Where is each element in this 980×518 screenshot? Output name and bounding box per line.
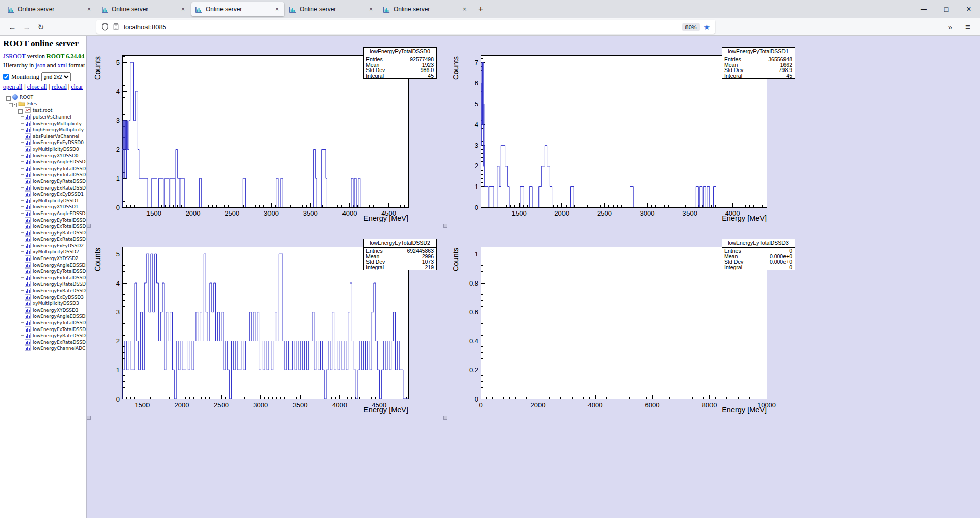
browser-tab-5[interactable]: Online server× [379, 2, 472, 16]
collapse-toggle[interactable]: - [12, 103, 17, 107]
layout-select[interactable]: grid 2x2 [41, 72, 71, 81]
xml-link[interactable]: xml [58, 62, 67, 69]
tree-item[interactable]: lowEnergyAngleEDSSD2 [21, 262, 84, 269]
tree-item[interactable]: lowEnergyExEyDSSD1 [21, 191, 84, 198]
tree-item[interactable]: lowEnergyExEyDSSD2 [21, 243, 84, 249]
splitter-handle[interactable] [87, 416, 91, 420]
histogram-icon [24, 243, 31, 248]
tree-item[interactable]: lowEnergyExRateDSSD2 [21, 288, 84, 294]
forward-button[interactable]: → [19, 20, 34, 34]
canvas-lowEnergyEyTotalDSSD1[interactable]: 15002000250030003500400001234567Energy [… [445, 36, 803, 227]
canvas-lowEnergyEyTotalDSSD2[interactable]: 1500200025003000350040004500012345Energy… [87, 227, 445, 419]
tab-close-icon[interactable]: × [461, 5, 469, 13]
tree-node-files[interactable]: -Files-test.rootpulserVsChannellowEnergy… [9, 101, 84, 352]
back-button[interactable]: ← [5, 20, 19, 34]
action-close-all[interactable]: close all [27, 83, 47, 90]
canvas-lowEnergyEyTotalDSSD3[interactable]: 020004000600080001000000.20.40.60.81Ener… [445, 227, 803, 419]
browser-tab-1[interactable]: Online server× [4, 2, 96, 16]
tree-item[interactable]: lowEnergyExTotalDSSD1 [21, 223, 84, 230]
zoom-indicator[interactable]: 80% [682, 23, 700, 31]
tree-node-test-root[interactable]: -test.rootpulserVsChannellowEnergyMultip… [15, 107, 84, 352]
minimize-button[interactable]: — [913, 0, 935, 18]
tree-item[interactable]: lowEnergyAngleEDSSD1 [21, 210, 84, 217]
tree-item[interactable]: lowEnergyXYDSSD1 [21, 204, 84, 210]
histogram-icon [24, 294, 31, 300]
splitter-handle[interactable] [443, 224, 447, 228]
action-reload[interactable]: reload [52, 83, 67, 90]
tree-node-root[interactable]: -ROOT-Files-test.rootpulserVsChannellowE… [3, 94, 84, 352]
overflow-menu-icon[interactable]: » [943, 20, 958, 34]
tree-item[interactable]: lowEnergyExEyDSSD3 [21, 294, 84, 301]
svg-text:1: 1 [475, 183, 478, 191]
svg-text:5: 5 [475, 100, 478, 108]
bookmark-star-icon[interactable]: ★ [704, 22, 710, 32]
action-clear[interactable]: clear [71, 83, 83, 90]
tree-item[interactable]: xyMultiplicityDSSD2 [21, 249, 84, 255]
pad-lowEnergyEyTotalDSSD2[interactable]: 1500200025003000350040004500012345Energy… [87, 227, 445, 419]
tree-item[interactable]: lowEnergyExTotalDSSD2 [21, 275, 84, 281]
stats-box[interactable]: lowEnergyEyTotalDSSD1Entries36556948Mean… [722, 47, 795, 79]
tree-item[interactable]: lowEnergyEyTotalDSSD0 [21, 166, 84, 172]
new-tab-button[interactable]: + [473, 2, 489, 16]
svg-text:1: 1 [116, 175, 120, 182]
tree-item[interactable]: lowEnergyMultiplicity [21, 121, 84, 127]
collapse-toggle[interactable]: - [6, 96, 11, 101]
tree-item[interactable]: lowEnergyAngleEDSSD3 [21, 313, 84, 320]
tree-item[interactable]: lowEnergyEyRateDSSD2 [21, 281, 84, 288]
stats-box[interactable]: lowEnergyEyTotalDSSD3Entries0Mean0.000e+… [722, 239, 795, 270]
tree-item[interactable]: lowEnergyExEyDSSD0 [21, 139, 84, 146]
tree-item[interactable]: lowEnergyExTotalDSSD0 [21, 172, 84, 178]
collapse-toggle[interactable]: - [18, 109, 23, 114]
tree-item[interactable]: lowEnergyChannelADC [21, 345, 84, 352]
monitoring-label[interactable]: Monitoring [11, 73, 39, 81]
reload-button[interactable]: ↻ [34, 20, 48, 34]
tree-item[interactable]: xyMultiplicityDSSD1 [21, 198, 84, 204]
tab-close-icon[interactable]: × [179, 5, 187, 13]
json-link[interactable]: json [35, 62, 45, 69]
stats-box[interactable]: lowEnergyEyTotalDSSD2Entries692445863Mea… [363, 239, 436, 270]
tree-item[interactable]: absPulserVsChannel [21, 133, 84, 140]
maximize-button[interactable]: □ [935, 0, 958, 18]
tree-item[interactable]: lowEnergyExRateDSSD0 [21, 185, 84, 192]
tree-item[interactable]: lowEnergyAngleEDSSD0 [21, 159, 84, 166]
tree-item[interactable]: xyMultiplicityDSSD3 [21, 300, 84, 307]
stats-box[interactable]: lowEnergyEyTotalDSSD0Entries92577498Mean… [363, 47, 436, 79]
shield-icon[interactable] [101, 23, 109, 31]
tree-item[interactable]: lowEnergyEyTotalDSSD3 [21, 320, 84, 326]
tree-item[interactable]: lowEnergyEyRateDSSD1 [21, 230, 84, 237]
browser-tab-4[interactable]: Online server× [285, 2, 378, 16]
tab-close-icon[interactable]: × [367, 5, 375, 13]
pad-lowEnergyEyTotalDSSD0[interactable]: 1500200025003000350040004500012345Energy… [87, 36, 445, 227]
tree-item[interactable]: highEnergyMultiplicity [21, 127, 84, 133]
tree-item[interactable]: lowEnergyXYDSSD3 [21, 307, 84, 314]
stats-title: lowEnergyEyTotalDSSD3 [728, 240, 789, 246]
url-bar[interactable]: localhost:8085 80% ★ [96, 20, 715, 34]
hamburger-menu-icon[interactable]: ≡ [961, 20, 975, 34]
tree-item[interactable]: lowEnergyXYDSSD2 [21, 255, 84, 262]
tree-item[interactable]: lowEnergyExTotalDSSD3 [21, 326, 84, 333]
tree-item[interactable]: lowEnergyExRateDSSD3 [21, 339, 84, 346]
tree-item[interactable]: lowEnergyXYDSSD0 [21, 153, 84, 159]
pad-lowEnergyEyTotalDSSD3[interactable]: 020004000600080001000000.20.40.60.81Ener… [445, 227, 803, 419]
browser-tab-3[interactable]: Online server× [191, 2, 284, 16]
tree-item[interactable]: lowEnergyEyTotalDSSD1 [21, 217, 84, 224]
monitoring-checkbox[interactable] [3, 74, 9, 80]
splitter-handle[interactable] [443, 416, 447, 420]
tab-close-icon[interactable]: × [273, 5, 281, 13]
tree-item[interactable]: xyMultiplicityDSSD0 [21, 146, 84, 153]
action-open-all[interactable]: open all [3, 83, 22, 90]
tab-close-icon[interactable]: × [85, 5, 93, 13]
canvas-lowEnergyEyTotalDSSD0[interactable]: 1500200025003000350040004500012345Energy… [87, 36, 445, 227]
jsroot-link[interactable]: JSROOT [3, 53, 26, 60]
tree-item[interactable]: lowEnergyExRateDSSD1 [21, 236, 84, 243]
pad-lowEnergyEyTotalDSSD1[interactable]: 15002000250030003500400001234567Energy [… [445, 36, 803, 227]
tree-item[interactable]: lowEnergyEyRateDSSD3 [21, 333, 84, 339]
page-info-icon[interactable] [112, 23, 120, 31]
splitter-handle[interactable] [87, 224, 91, 228]
tree-item[interactable]: lowEnergyEyRateDSSD0 [21, 178, 84, 185]
tree-item[interactable]: pulserVsChannel [21, 114, 84, 121]
browser-tab-2[interactable]: Online server× [97, 2, 190, 16]
tree-item[interactable]: lowEnergyEyTotalDSSD2 [21, 268, 84, 275]
close-button[interactable]: × [958, 0, 980, 18]
url-text[interactable]: localhost:8085 [124, 23, 682, 31]
